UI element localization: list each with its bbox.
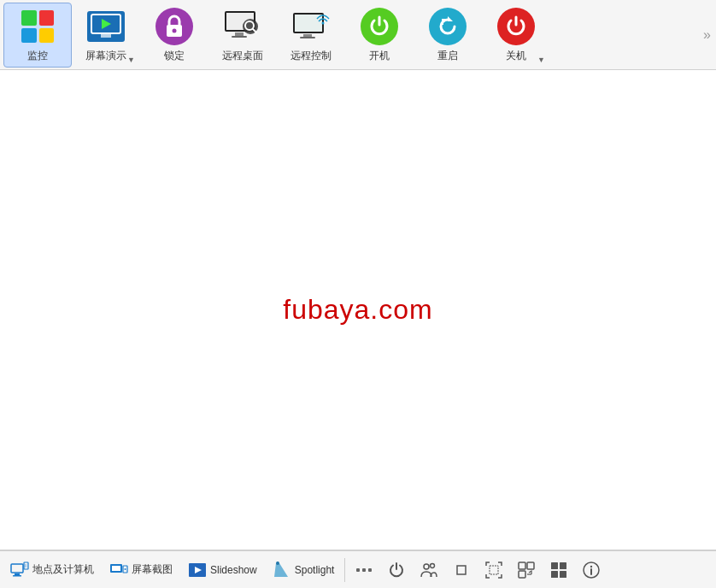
bottom-btn-dots[interactable] — [349, 555, 379, 585]
svg-rect-47 — [551, 571, 558, 578]
toolbar-expand[interactable]: » — [703, 27, 711, 43]
bottom-label-slideshow: Slideshow — [210, 564, 257, 576]
svg-rect-1 — [101, 34, 111, 38]
toolbar-label-shutdown: 关机 — [506, 49, 526, 63]
bottom-btn-grid[interactable] — [543, 555, 574, 585]
small-square-icon — [452, 561, 471, 579]
lock-icon — [154, 6, 195, 47]
toolbar-label-power-on: 开机 — [369, 49, 390, 63]
svg-rect-15 — [300, 37, 315, 38]
bottom-toolbar: 地点及计算机 屏幕截图 Slideshow — [0, 550, 716, 588]
bottom-btn-transfer[interactable] — [511, 555, 542, 585]
bottom-btn-spotlight[interactable]: Spotlight — [266, 555, 342, 585]
svg-rect-20 — [13, 575, 21, 577]
svg-rect-14 — [303, 34, 312, 37]
main-content: fubaya.com — [0, 70, 716, 550]
svg-rect-7 — [235, 32, 244, 36]
screen-capture-icon — [109, 561, 128, 579]
toolbar-btn-monitor[interactable]: 监控 — [3, 3, 72, 68]
svg-rect-46 — [560, 562, 566, 569]
shutdown-arrow: ▼ — [537, 56, 545, 64]
fullscreen-icon — [484, 561, 503, 579]
spotlight-icon — [273, 561, 291, 579]
svg-marker-17 — [448, 16, 453, 21]
screenshow-icon — [85, 6, 126, 47]
svg-rect-19 — [15, 573, 20, 575]
bottom-btn-location[interactable]: 地点及计算机 — [3, 555, 101, 585]
power-icon — [387, 561, 406, 579]
toolbar-label-remote-control: 远程控制 — [291, 49, 332, 63]
svg-rect-42 — [519, 562, 525, 569]
watermark-text: fubaya.com — [283, 294, 432, 326]
screenshow-arrow: ▼ — [127, 56, 135, 64]
svg-point-38 — [424, 564, 429, 569]
bottom-label-screen-capture: 屏幕截图 — [132, 562, 173, 577]
svg-point-34 — [276, 562, 279, 565]
svg-rect-48 — [560, 571, 566, 578]
transfer-icon — [517, 561, 536, 579]
svg-rect-21 — [24, 562, 28, 569]
toolbar-btn-lock[interactable]: 锁定 — [140, 3, 208, 68]
toolbar-label-restart: 重启 — [437, 49, 458, 63]
users-icon — [420, 561, 438, 579]
bottom-btn-fullscreen[interactable] — [478, 555, 509, 585]
svg-rect-45 — [551, 562, 558, 569]
toolbar-label-screenshow: 屏幕演示 — [85, 49, 126, 63]
info-icon — [582, 561, 601, 579]
toolbar-label-remote-desktop: 远程桌面 — [222, 49, 263, 63]
svg-rect-27 — [112, 566, 120, 571]
svg-rect-18 — [11, 564, 23, 573]
bottom-btn-info[interactable] — [576, 555, 607, 585]
location-icon — [10, 561, 29, 579]
bottom-btn-power[interactable] — [381, 555, 412, 585]
svg-point-39 — [431, 563, 435, 567]
svg-rect-35 — [356, 568, 360, 572]
svg-rect-40 — [457, 566, 466, 574]
grid-icon — [549, 561, 568, 579]
remote-control-icon — [291, 6, 332, 47]
svg-rect-41 — [490, 566, 498, 574]
svg-point-51 — [590, 565, 592, 567]
toolbar-label-lock: 锁定 — [164, 49, 185, 63]
toolbar-btn-shutdown[interactable]: 关机 ▼ — [482, 3, 550, 68]
monitor-icon — [17, 6, 58, 47]
power-on-icon — [359, 6, 400, 47]
svg-rect-44 — [519, 571, 525, 578]
bottom-btn-slideshow[interactable]: Slideshow — [181, 555, 264, 585]
svg-point-4 — [173, 29, 177, 33]
bottom-label-spotlight: Spotlight — [295, 564, 335, 576]
bottom-label-location: 地点及计算机 — [32, 562, 94, 577]
toolbar-btn-power-on[interactable]: 开机 — [345, 3, 414, 68]
svg-point-29 — [125, 568, 126, 570]
slideshow-icon — [188, 561, 207, 579]
shutdown-icon — [496, 6, 537, 47]
svg-rect-8 — [232, 36, 247, 38]
dots-icon — [355, 561, 373, 579]
bottom-btn-screen-capture[interactable]: 屏幕截图 — [103, 555, 179, 585]
svg-rect-43 — [527, 562, 534, 569]
toolbar-label-monitor: 监控 — [27, 49, 48, 63]
svg-marker-32 — [274, 563, 288, 577]
remote-desktop-icon — [222, 6, 263, 47]
toolbar-btn-screenshow[interactable]: 屏幕演示 ▼ — [72, 3, 140, 68]
separator-1 — [344, 558, 345, 582]
toolbar-btn-remote-desktop[interactable]: 远程桌面 — [208, 3, 277, 68]
svg-point-16 — [322, 22, 325, 25]
toolbar-btn-restart[interactable]: 重启 — [414, 3, 482, 68]
bottom-btn-users[interactable] — [414, 555, 444, 585]
bottom-btn-small-square[interactable] — [446, 555, 477, 585]
toolbar-btn-remote-control[interactable]: 远程控制 — [277, 3, 345, 68]
restart-icon — [427, 6, 468, 47]
top-toolbar: 监控 屏幕演示 ▼ — [0, 0, 716, 70]
svg-rect-36 — [362, 568, 366, 572]
svg-rect-37 — [368, 568, 372, 572]
